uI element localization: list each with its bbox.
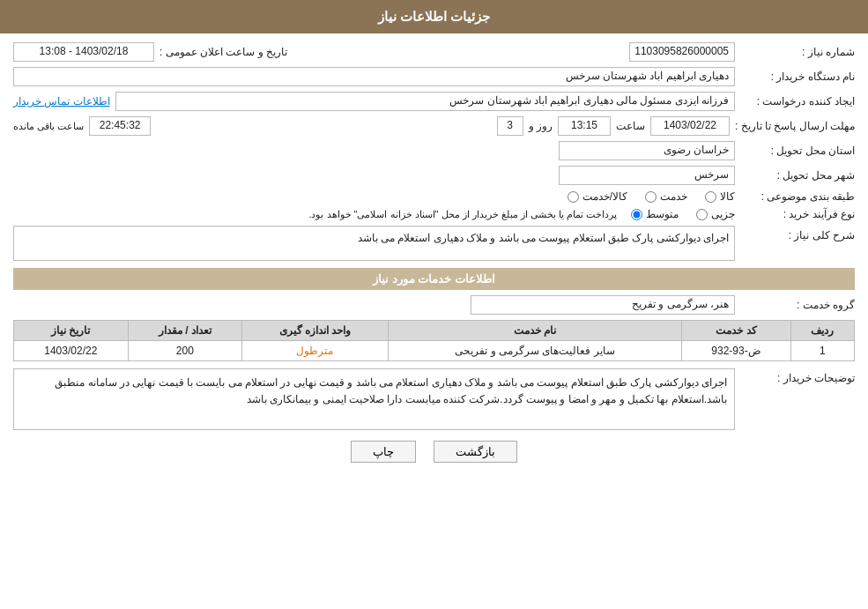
- service-group-label: گروه خدمت :: [740, 299, 855, 311]
- col-quantity: تعداد / مقدار: [128, 321, 241, 341]
- response-days: 3: [497, 116, 523, 136]
- category-goods-label: کالا: [720, 190, 735, 203]
- city-label: شهر محل تحویل :: [740, 169, 855, 182]
- table-row: 1 ض-93-932 سایر فعالیت‌های سرگرمی و تفری…: [14, 341, 855, 361]
- announce-label: تاریخ و ساعت اعلان عمومی :: [160, 46, 287, 58]
- category-radio-group: کالا خدمت کالا/خدمت: [568, 190, 735, 203]
- category-goods-service-option[interactable]: کالا/خدمت: [568, 190, 627, 203]
- service-table: ردیف کد خدمت نام خدمت واحد اندازه گیری ت…: [13, 320, 855, 361]
- buyer-org-label: نام دستگاه خریدار :: [740, 71, 855, 83]
- purchase-type-medium-radio[interactable]: [631, 209, 642, 220]
- purchase-type-medium-label: متوسط: [646, 208, 679, 220]
- creator-label: ایجاد کننده درخواست :: [740, 95, 855, 108]
- creator-contact-link[interactable]: اطلاعات تماس خریدار: [13, 95, 110, 108]
- cell-unit: مترطول: [242, 341, 389, 361]
- page-header: جزئیات اطلاعات نیاز: [0, 0, 868, 33]
- response-deadline-label: مهلت ارسال پاسخ تا تاریخ :: [735, 120, 855, 132]
- category-label: طبقه بندی موضوعی :: [740, 190, 855, 203]
- purchase-type-medium-option[interactable]: متوسط: [631, 208, 679, 220]
- city-value: سرخس: [559, 166, 735, 185]
- purchase-type-partial-option[interactable]: جزیی: [696, 208, 735, 220]
- cell-row: 1: [790, 341, 854, 361]
- col-date: تاریخ نیاز: [14, 321, 129, 341]
- category-goods-radio[interactable]: [705, 191, 716, 203]
- need-number-value: 1103095826000005: [629, 42, 735, 62]
- category-service-radio[interactable]: [645, 191, 657, 203]
- services-section-title: اطلاعات خدمات مورد نیاز: [13, 268, 855, 290]
- need-desc-value: اجرای دیوارکشی پارک طبق استعلام پیوست می…: [13, 226, 735, 261]
- print-button[interactable]: چاپ: [351, 441, 416, 463]
- purchase-type-label: نوع فرآیند خرید :: [740, 208, 855, 220]
- response-time-label: ساعت: [616, 120, 645, 132]
- province-value: خراسان رضوی: [559, 141, 735, 160]
- purchase-type-partial-label: جزیی: [711, 208, 735, 220]
- service-group-value: هنر، سرگرمی و تفریح: [471, 295, 735, 315]
- category-goods-service-label: کالا/خدمت: [582, 190, 627, 203]
- cell-code: ض-93-932: [682, 341, 790, 361]
- province-label: استان محل تحویل :: [740, 145, 855, 157]
- cell-name: سایر فعالیت‌های سرگرمی و تفریحی: [388, 341, 681, 361]
- col-name: نام خدمت: [388, 321, 681, 341]
- back-button[interactable]: بازگشت: [434, 441, 517, 463]
- response-remaining-label: ساعت باقی مانده: [13, 121, 84, 132]
- buyer-notes-value: اجرای دیوارکشی پارک طبق استعلام پیوست می…: [13, 368, 735, 430]
- col-unit: واحد اندازه گیری: [242, 321, 389, 341]
- category-service-label: خدمت: [660, 190, 687, 203]
- category-goods-option[interactable]: کالا: [705, 190, 735, 203]
- buyer-org-value: دهیاری ابراهیم اباد شهرستان سرخس: [13, 67, 735, 86]
- cell-date: 1403/02/22: [14, 341, 129, 361]
- need-number-label: شماره نیاز :: [740, 46, 855, 58]
- need-desc-label: شرح کلی نیاز :: [740, 226, 855, 241]
- category-goods-service-radio[interactable]: [568, 191, 579, 203]
- cell-quantity: 200: [128, 341, 241, 361]
- announce-value: 1403/02/18 - 13:08: [13, 42, 154, 62]
- purchase-type-note: پرداخت تمام یا بخشی از مبلغ خریدار از مح…: [308, 209, 617, 220]
- col-code: کد خدمت: [682, 321, 790, 341]
- response-remaining: 22:45:32: [89, 116, 151, 136]
- col-row: ردیف: [790, 321, 854, 341]
- buyer-notes-label: توضیحات خریدار :: [740, 368, 855, 384]
- button-row: بازگشت چاپ: [13, 441, 855, 463]
- creator-value: فرزانه ایزدی مسئول مالی دهیاری ابراهیم ا…: [115, 92, 735, 111]
- category-service-option[interactable]: خدمت: [645, 190, 687, 203]
- response-time: 13:15: [558, 116, 611, 136]
- purchase-type-radio-group: جزیی متوسط: [631, 208, 735, 220]
- purchase-type-partial-radio[interactable]: [696, 209, 708, 220]
- response-day-label: روز و: [529, 120, 553, 132]
- page-title: جزئیات اطلاعات نیاز: [378, 9, 490, 24]
- response-date: 1403/02/22: [650, 116, 730, 136]
